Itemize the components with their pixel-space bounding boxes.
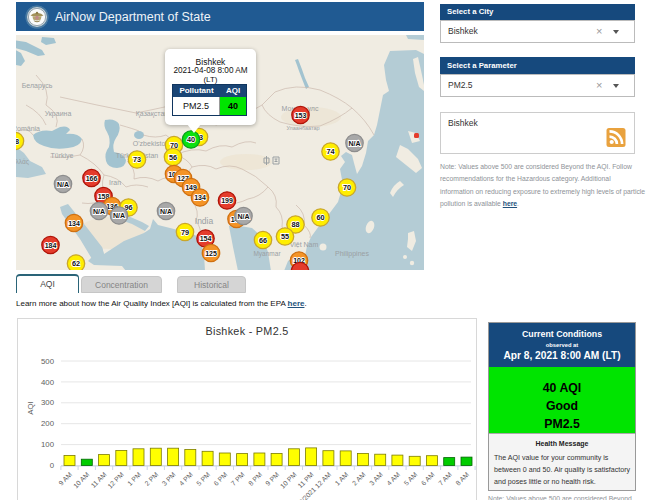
svg-text:România: România xyxy=(16,125,40,132)
svg-text:2 AM: 2 AM xyxy=(351,471,367,487)
svg-text:10 AM: 10 AM xyxy=(72,471,91,490)
svg-text:199: 199 xyxy=(221,197,233,204)
svg-text:AQI: AQI xyxy=(26,401,35,414)
svg-text:134: 134 xyxy=(194,194,206,201)
svg-text:500: 500 xyxy=(41,357,55,366)
svg-text:N/A: N/A xyxy=(237,213,249,220)
svg-text:88: 88 xyxy=(291,220,299,229)
svg-text:184: 184 xyxy=(45,242,57,249)
svg-text:Қазақстан: Қазақстан xyxy=(136,110,169,118)
svg-text:5 PM: 5 PM xyxy=(195,471,211,487)
svg-text:Улаанбаатар: Улаанбаатар xyxy=(286,125,319,131)
svg-text:Myanmar: Myanmar xyxy=(253,250,281,258)
svg-text:1 AM: 1 AM xyxy=(333,471,349,487)
svg-text:200: 200 xyxy=(41,419,55,428)
svg-text:7 AM: 7 AM xyxy=(437,471,453,487)
svg-text:40: 40 xyxy=(187,135,195,144)
svg-text:0: 0 xyxy=(50,461,55,470)
svg-text:73: 73 xyxy=(133,155,141,164)
svg-text:3 AM: 3 AM xyxy=(368,471,384,487)
svg-text:Украина: Украина xyxy=(45,110,72,118)
svg-text:125: 125 xyxy=(205,250,217,257)
svg-text:N/A: N/A xyxy=(348,140,360,147)
svg-text:N/A: N/A xyxy=(57,181,69,188)
svg-text:5 AM: 5 AM xyxy=(402,471,418,487)
svg-text:India: India xyxy=(195,216,214,226)
svg-text:Bishkek - PM2.5: Bishkek - PM2.5 xyxy=(205,325,288,337)
svg-text:11 AM: 11 AM xyxy=(89,471,107,489)
svg-text:154: 154 xyxy=(200,235,212,242)
svg-text:1 PM: 1 PM xyxy=(126,471,142,487)
svg-text:Philippines: Philippines xyxy=(335,250,369,258)
svg-text:2 PM: 2 PM xyxy=(143,471,159,487)
svg-text:8 AM: 8 AM xyxy=(454,471,470,487)
svg-text:N/A: N/A xyxy=(93,208,105,215)
svg-text:Việt Nam: Việt Nam xyxy=(290,241,319,248)
svg-text:Беларусь: Беларусь xyxy=(22,82,53,90)
svg-text:62: 62 xyxy=(72,259,80,268)
svg-text:Iran: Iran xyxy=(109,179,121,186)
svg-text:Ελλάς: Ελλάς xyxy=(16,158,29,166)
svg-text:O'zbekiston: O'zbekiston xyxy=(133,140,169,147)
svg-text:3 PM: 3 PM xyxy=(161,471,177,487)
svg-text:6 PM: 6 PM xyxy=(212,471,228,487)
svg-text:300: 300 xyxy=(41,398,55,407)
svg-text:74: 74 xyxy=(326,147,335,156)
svg-text:8 PM: 8 PM xyxy=(247,471,263,487)
svg-text:48: 48 xyxy=(16,137,19,146)
svg-text:55: 55 xyxy=(281,232,289,241)
svg-text:7 PM: 7 PM xyxy=(230,471,246,487)
svg-text:4 PM: 4 PM xyxy=(178,471,194,487)
svg-text:153: 153 xyxy=(295,112,307,119)
svg-text:100: 100 xyxy=(41,440,55,449)
svg-text:12 PM: 12 PM xyxy=(106,471,125,490)
svg-text:N/A: N/A xyxy=(113,212,125,219)
svg-text:134: 134 xyxy=(68,220,80,227)
svg-text:Türkiye: Türkiye xyxy=(51,152,74,160)
svg-text:10 PM: 10 PM xyxy=(279,471,298,490)
svg-text:400: 400 xyxy=(41,378,55,387)
svg-text:79: 79 xyxy=(181,228,189,237)
svg-text:56: 56 xyxy=(169,153,177,162)
svg-text:66: 66 xyxy=(259,236,267,245)
svg-text:60: 60 xyxy=(316,213,324,222)
svg-text:N/A: N/A xyxy=(160,208,172,215)
svg-text:166: 166 xyxy=(86,175,98,182)
svg-text:4 AM: 4 AM xyxy=(385,471,401,487)
svg-text:70: 70 xyxy=(343,183,351,192)
svg-text:6 AM: 6 AM xyxy=(420,471,436,487)
